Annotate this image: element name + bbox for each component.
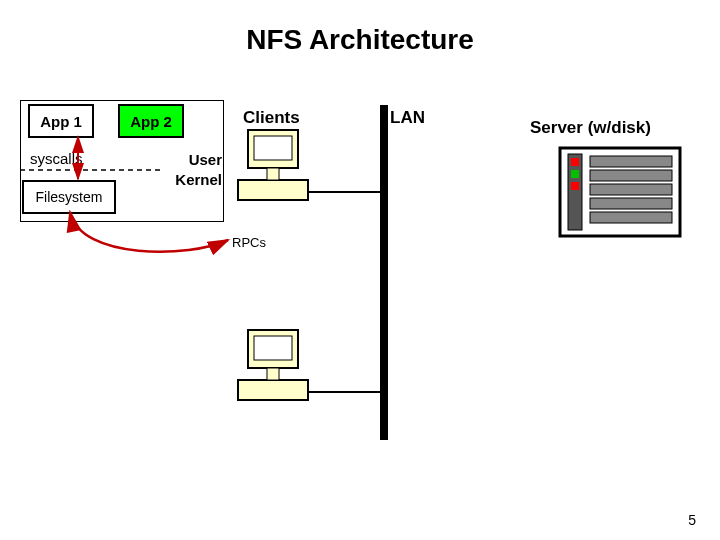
svg-rect-13 [590,156,672,167]
lan-bus [380,105,388,440]
svg-rect-11 [571,170,579,178]
diagram-svg [0,0,720,540]
svg-rect-1 [254,136,292,160]
svg-rect-2 [238,180,308,200]
svg-rect-7 [267,368,279,380]
server-rack-icon [560,148,680,236]
svg-rect-14 [590,170,672,181]
svg-rect-10 [571,158,579,166]
svg-rect-3 [267,168,279,180]
client-computer-2 [238,330,308,400]
svg-rect-12 [571,182,579,190]
svg-rect-5 [254,336,292,360]
svg-rect-16 [590,198,672,209]
rpcs-arrow [70,212,228,252]
svg-rect-17 [590,212,672,223]
svg-rect-6 [238,380,308,400]
client-computer-1 [238,130,308,200]
svg-rect-15 [590,184,672,195]
